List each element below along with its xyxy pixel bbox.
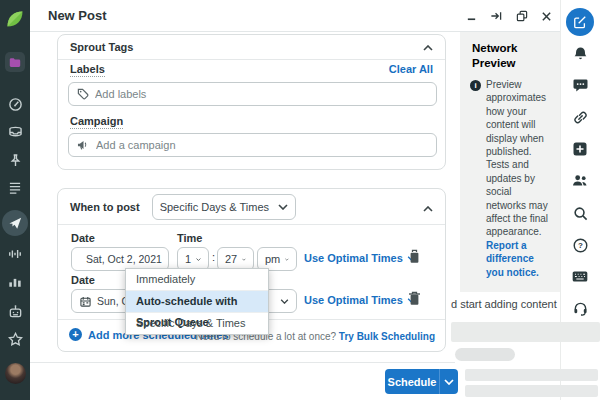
- use-optimal-times-link-1[interactable]: Use Optimal Times: [304, 252, 416, 264]
- when-to-post-dropdown-menu: Immediately Auto-schedule with Sprout Qu…: [125, 268, 269, 335]
- team-people-icon[interactable]: [560, 174, 600, 187]
- menu-item-auto-schedule[interactable]: Auto-schedule with Sprout Queue: [126, 291, 268, 313]
- star-icon[interactable]: [0, 332, 30, 346]
- network-preview-title: Network Preview: [472, 41, 552, 71]
- folder-icon[interactable]: [0, 52, 30, 72]
- optimal-label-1: Use Optimal Times: [304, 252, 403, 264]
- trash-icon-1[interactable]: [408, 249, 421, 268]
- schedule-button[interactable]: Schedule: [385, 369, 439, 394]
- help-icon[interactable]: ?: [560, 238, 600, 253]
- megaphone-icon: [77, 139, 90, 151]
- collapse-chevron-up-icon[interactable]: [423, 41, 433, 53]
- collapse-chevron-up-icon[interactable]: [423, 198, 433, 216]
- sprout-tags-title: Sprout Tags: [70, 41, 133, 53]
- sprout-tags-header: Sprout Tags: [58, 35, 445, 60]
- trash-icon-2[interactable]: [408, 291, 421, 310]
- reports-bars-icon[interactable]: [0, 275, 30, 288]
- hour-value-1: 1: [185, 253, 191, 265]
- footer-divider: [30, 362, 455, 363]
- skeleton-bar: [465, 385, 598, 397]
- sprout-leaf-logo[interactable]: [0, 9, 30, 29]
- labels-input[interactable]: [95, 88, 428, 100]
- when-to-post-select[interactable]: Specific Days & Times: [152, 194, 296, 220]
- keyboard-icon[interactable]: [560, 271, 600, 282]
- link-icon[interactable]: [560, 110, 600, 125]
- window-header: New Post: [30, 0, 560, 32]
- popout-icon[interactable]: [489, 9, 503, 23]
- plus-circle-icon: +: [69, 328, 82, 341]
- dashboard-compass-icon[interactable]: [0, 97, 30, 112]
- use-optimal-times-link-2[interactable]: Use Optimal Times: [304, 294, 416, 306]
- background-empty-state-text: d start adding content: [451, 298, 562, 312]
- skeleton-bar: [451, 322, 600, 342]
- listening-icon[interactable]: [0, 247, 30, 261]
- window-title: New Post: [48, 8, 107, 23]
- campaign-field[interactable]: [68, 133, 437, 157]
- time-colon-1: :: [212, 251, 215, 263]
- labels-field[interactable]: [68, 82, 437, 106]
- active-indicator: [2, 210, 28, 236]
- compose-button[interactable]: [560, 8, 600, 36]
- schedule-split-button: Schedule: [385, 369, 458, 394]
- headset-support-icon[interactable]: [560, 301, 600, 316]
- network-preview-info: Preview approximates how your content wi…: [486, 78, 552, 279]
- date-label-2: Date: [71, 274, 95, 286]
- date-value-1: Sat, Oct 2, 2021: [86, 253, 162, 265]
- chevron-down-icon: [444, 379, 454, 385]
- info-icon: i: [470, 80, 481, 91]
- skeleton-pill: [455, 348, 515, 361]
- add-square-icon[interactable]: [560, 142, 600, 156]
- sprout-tags-card: Sprout Tags Labels Clear All Campaign: [57, 34, 446, 170]
- time-label-1: Time: [177, 232, 202, 244]
- chat-feedback-icon[interactable]: [560, 78, 600, 92]
- paper-plane-icon: [8, 216, 22, 230]
- notifications-bell-icon[interactable]: [560, 46, 600, 61]
- preview-info-text: Preview approximates how your content wi…: [486, 79, 548, 237]
- chevron-down-icon: [278, 204, 288, 210]
- chevron-down-icon: [242, 257, 246, 262]
- when-to-post-header: When to post Specific Days & Times: [58, 189, 445, 225]
- chevron-down-icon: [285, 257, 289, 262]
- minimize-icon[interactable]: [464, 9, 478, 23]
- inbox-icon[interactable]: [0, 125, 30, 138]
- duplicate-icon[interactable]: [515, 9, 529, 23]
- app-screen: New Post Sprout Tags L: [0, 0, 600, 400]
- minute-value-1: 27: [225, 253, 237, 265]
- meridiem-value-1: pm: [265, 253, 280, 265]
- menu-item-specific-days[interactable]: Specific Days & Times: [126, 313, 268, 334]
- publish-nav-item[interactable]: [0, 210, 30, 236]
- when-to-post-label: When to post: [70, 201, 140, 213]
- pin-icon[interactable]: [0, 153, 30, 168]
- try-bulk-scheduling-link[interactable]: Try Bulk Scheduling: [339, 331, 435, 342]
- tag-icon: [77, 88, 89, 100]
- when-to-post-value: Specific Days & Times: [160, 201, 269, 213]
- calendar-icon: [80, 296, 91, 307]
- chevron-down-icon: [280, 299, 289, 304]
- search-icon[interactable]: [560, 206, 600, 221]
- feeds-list-icon[interactable]: [0, 181, 30, 194]
- report-difference-link[interactable]: Report a difference you notice.: [486, 240, 539, 278]
- svg-text:?: ?: [578, 241, 583, 250]
- clear-all-link[interactable]: Clear All: [389, 63, 433, 75]
- labels-label: Labels: [70, 63, 105, 77]
- chevron-down-icon: [196, 257, 201, 262]
- compose-pencil-icon: [573, 15, 587, 29]
- left-sidebar: [0, 0, 30, 400]
- campaign-label: Campaign: [70, 115, 123, 129]
- date-label-1: Date: [71, 232, 95, 244]
- schedule-options-button[interactable]: [439, 369, 458, 394]
- compose-form: Sprout Tags Labels Clear All Campaign: [30, 31, 450, 400]
- folder-tile: [5, 52, 25, 72]
- skeleton-bar: [465, 369, 598, 381]
- close-icon[interactable]: [539, 9, 553, 23]
- optimal-label-2: Use Optimal Times: [304, 294, 403, 306]
- campaign-input[interactable]: [96, 139, 428, 151]
- menu-item-immediately[interactable]: Immediately: [126, 269, 268, 291]
- user-avatar[interactable]: [0, 363, 30, 384]
- bot-icon[interactable]: [0, 304, 30, 319]
- network-preview-panel: Network Preview i Preview approximates h…: [460, 31, 560, 292]
